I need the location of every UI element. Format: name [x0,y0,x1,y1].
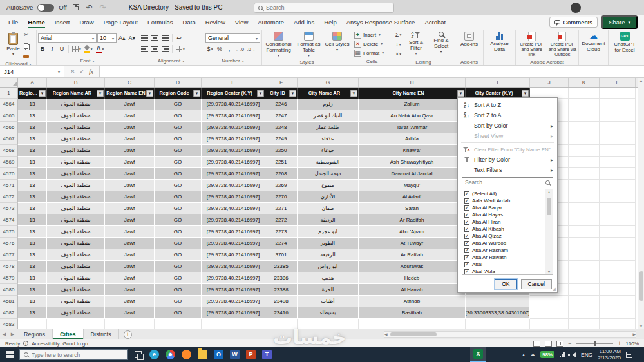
top-align-button[interactable] [140,33,149,43]
data-cell[interactable]: [29.9728,40.21416997] [202,238,265,249]
data-cell[interactable]: زلوم [298,99,359,110]
comma-style-button[interactable]: , [225,44,234,53]
data-cell[interactable]: GO [155,110,202,122]
data-cell[interactable]: [29.9728,40.21416997] [202,296,265,307]
find-select-button[interactable]: Find & Select▾ [430,30,453,59]
empty-cell[interactable] [600,272,636,284]
empty-cell[interactable] [600,238,636,249]
format-cells-button[interactable]: ▦Format▾ [354,48,384,57]
empty-cell[interactable] [569,307,600,319]
undo-button[interactable]: ↶ [85,3,94,12]
taskbar-search-box[interactable] [19,349,128,360]
filter-search-box[interactable] [462,177,553,187]
enter-entry-icon[interactable]: ✓ [80,68,85,75]
menu-item-filter-by-color[interactable]: Filter by Color ▸ [458,155,557,165]
row-number[interactable]: 4569 [0,157,18,168]
data-cell[interactable]: [29.9728,40.21416997] [202,214,265,226]
data-cell[interactable]: Jawf [105,249,155,261]
align-right-button[interactable] [160,44,170,53]
cell-styles-button[interactable]: Cell Styles▾ [325,30,350,59]
data-cell[interactable]: 2273 [265,226,298,238]
row-number[interactable]: 4581 [0,296,18,307]
data-cell[interactable]: ميقوع [298,180,359,191]
data-cell[interactable]: Safan [359,203,466,214]
filter-value-item[interactable]: ✓Aba Ar Rawath [463,254,544,261]
data-cell[interactable]: 13 [18,307,47,319]
column-header-e[interactable]: E [202,78,265,87]
checkbox-checked-icon[interactable]: ✓ [464,234,469,239]
data-cell[interactable]: Al Harrah [359,284,466,296]
data-cell[interactable]: [29.9728,40.21416997] [202,110,265,122]
data-cell[interactable]: الرديفة [298,214,359,226]
data-cell[interactable] [466,319,530,329]
scroll-down-icon[interactable]: ▼ [547,270,551,274]
data-cell[interactable]: 2251 [265,157,298,168]
bold-button[interactable]: B [38,44,47,53]
empty-cell[interactable] [569,249,600,261]
filter-value-item[interactable]: ✓Aba Ar Rakham [463,247,544,254]
data-cell[interactable]: GO [155,122,202,133]
resize-grip-icon[interactable]: ◢ [553,287,556,292]
data-cell[interactable]: 2246 [265,99,298,110]
data-cell[interactable]: منطقة الجوف [47,157,105,168]
cancel-entry-icon[interactable]: ✕ [70,68,75,75]
data-cell[interactable]: Jawf [105,145,155,157]
network-icon[interactable] [560,352,565,357]
data-cell[interactable]: 13 [18,284,47,296]
create-pdf-outlook-button[interactable]: Create PDF and Share via Outlook [548,30,578,59]
scroll-down-icon[interactable]: ▼ [639,324,643,328]
data-cell[interactable]: 3701 [265,249,298,261]
autosave-toggle[interactable] [37,4,54,12]
data-cell[interactable]: Jawf [105,110,155,122]
accounting-format-button[interactable]: $▾ [205,44,214,53]
data-cell[interactable]: [29.9728,40.21416997] [202,122,265,133]
data-cell[interactable]: صفان [298,203,359,214]
select-all-corner[interactable] [0,78,18,87]
data-cell[interactable]: 13 [18,168,47,180]
empty-cell[interactable] [569,99,600,110]
data-cell[interactable] [466,296,530,307]
dialog-launcher-icon[interactable]: ▾ [242,59,244,63]
column-header-f[interactable]: F [265,78,298,87]
zoom-in-button[interactable]: + [618,340,621,347]
filter-dropdown-button[interactable]: ▼ [522,90,529,97]
ribbon-tab-insert[interactable]: Insert [50,16,75,28]
addins-button[interactable]: Add-ins [457,30,482,59]
redo-button[interactable]: ↷ [99,3,108,12]
font-size-select[interactable]: 10▾ [97,33,117,43]
scroll-up-icon[interactable]: ▲ [639,79,643,82]
data-cell[interactable]: GO [155,284,202,296]
data-cell[interactable]: Aburawas [359,261,466,272]
data-cell[interactable]: GO [155,203,202,214]
data-cell[interactable]: منطقة الجوف [47,110,105,122]
data-cell[interactable] [105,319,155,329]
data-cell[interactable]: Jawf [105,180,155,191]
column-header-h[interactable]: H [359,78,466,87]
zoom-slider[interactable] [576,343,613,344]
data-cell[interactable]: منطقة الجوف [47,122,105,133]
sheet-tab-districts[interactable]: Districts [84,329,119,339]
data-cell[interactable]: Ar Radifah [359,214,466,226]
data-cell[interactable]: طلعة عمار [298,122,359,133]
filter-dropdown-button[interactable]: ▼ [146,90,153,97]
filter-value-item[interactable]: ✓Abal [463,261,544,268]
data-cell[interactable]: منطقة الجوف [47,296,105,307]
filter-value-item[interactable]: ✓Aala Wadi Ardah [463,197,544,204]
empty-cell[interactable] [569,261,600,272]
data-cell[interactable]: Khaw'a' [359,145,466,157]
account-avatar[interactable] [571,3,581,13]
sheet-nav-right-icon[interactable]: ▶ [8,329,17,339]
create-pdf-share-link-button[interactable]: Create PDF and Share link [517,30,547,59]
empty-cell[interactable] [569,88,600,99]
row-number[interactable]: 4575 [0,226,18,238]
data-cell[interactable]: GO [155,296,202,307]
data-cell[interactable]: دومة الجندل [298,168,359,180]
empty-cell[interactable] [600,191,636,203]
underline-button[interactable]: U [57,44,66,53]
data-cell[interactable]: 2274 [265,238,298,249]
data-cell[interactable]: Jawf [105,226,155,238]
data-cell[interactable]: An Nabk Abu Qasr [359,110,466,122]
empty-cell[interactable] [569,226,600,238]
empty-cell[interactable] [530,319,569,329]
data-cell[interactable]: منطقة الجوف [47,272,105,284]
